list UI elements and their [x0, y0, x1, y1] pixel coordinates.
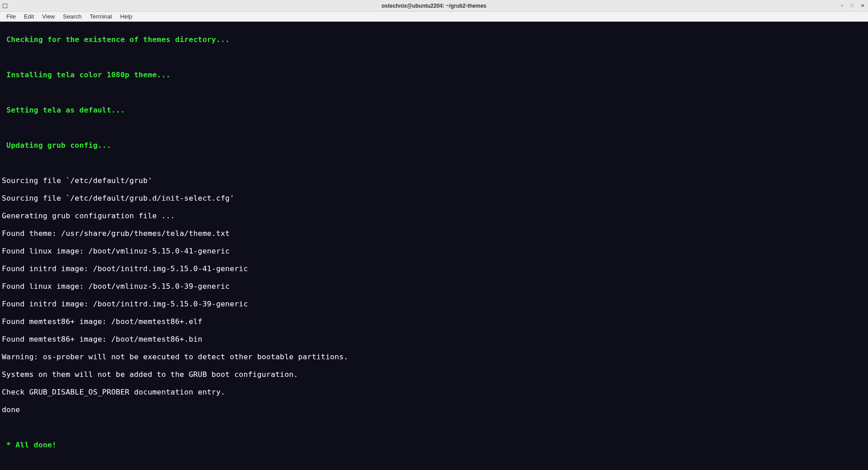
status-line: Setting tela as default... [2, 106, 866, 115]
output-line: done [2, 405, 866, 414]
blank-line [2, 458, 866, 467]
terminal-output[interactable]: Checking for the existence of themes dir… [0, 22, 868, 470]
done-line: * All done! [2, 441, 866, 450]
blank-line [2, 123, 866, 132]
output-line: Found theme: /usr/share/grub/themes/tela… [2, 229, 866, 238]
output-line: Found memtest86+ image: /boot/memtest86+… [2, 317, 866, 326]
output-line: Found initrd image: /boot/initrd.img-5.1… [2, 264, 866, 273]
menu-terminal[interactable]: Terminal [86, 12, 116, 21]
menu-edit[interactable]: Edit [20, 12, 38, 21]
output-line: Found linux image: /boot/vmlinuz-5.15.0-… [2, 247, 866, 256]
menu-help[interactable]: Help [117, 12, 136, 21]
minimize-icon[interactable]: – [841, 4, 845, 8]
output-line: Sourcing file `/etc/default/grub' [2, 176, 866, 185]
status-line: Installing tela color 1080p theme... [2, 70, 866, 80]
blank-line [2, 423, 866, 432]
output-line: Found initrd image: /boot/initrd.img-5.1… [2, 300, 866, 309]
output-line: Sourcing file `/etc/default/grub.d/init-… [2, 194, 866, 203]
window-titlebar: ostechnix@ubuntu2204: ~/grub2-themes – □… [0, 0, 868, 12]
output-line: Systems on them will not be added to the… [2, 370, 866, 379]
titlebar-left [3, 4, 7, 8]
menubar: File Edit View Search Terminal Help [0, 12, 868, 22]
status-line: Updating grub config... [2, 141, 866, 150]
status-line: Checking for the existence of themes dir… [2, 35, 866, 44]
close-icon[interactable]: ✕ [861, 4, 865, 8]
menu-file[interactable]: File [3, 12, 19, 21]
output-line: Found linux image: /boot/vmlinuz-5.15.0-… [2, 282, 866, 291]
output-line: Found memtest86+ image: /boot/memtest86+… [2, 335, 866, 344]
maximize-icon[interactable]: □ [851, 4, 855, 8]
blank-line [2, 88, 866, 97]
window-controls: – □ ✕ [841, 4, 865, 8]
output-line: Check GRUB_DISABLE_OS_PROBER documentati… [2, 388, 866, 397]
output-line: Generating grub configuration file ... [2, 212, 866, 221]
window-title: ostechnix@ubuntu2204: ~/grub2-themes [382, 3, 486, 9]
app-icon [3, 4, 7, 8]
output-line: Warning: os-prober will not be executed … [2, 352, 866, 362]
blank-line [2, 53, 866, 62]
menu-search[interactable]: Search [59, 12, 85, 21]
menu-view[interactable]: View [38, 12, 58, 21]
blank-line [2, 159, 866, 168]
